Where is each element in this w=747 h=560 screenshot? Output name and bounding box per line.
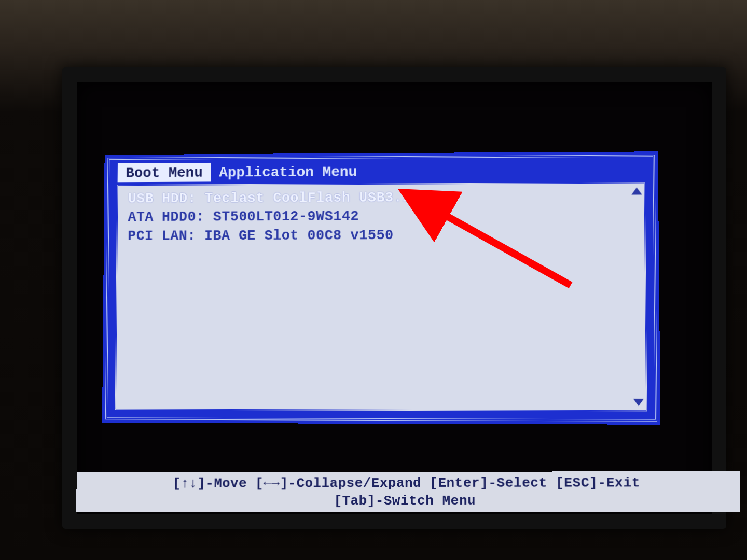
help-line1: [↑↓]-Move [←→]-Collapse/Expand [Enter]-S… <box>173 475 640 491</box>
scroll-down-icon <box>633 399 644 406</box>
boot-devices-panel: USB HDD: Teclast CoolFlash USB3.1 ATA HD… <box>115 181 648 412</box>
boot-item-usb-hdd[interactable]: USB HDD: Teclast CoolFlash USB3.1 <box>128 188 634 208</box>
tab-bar: Boot Menu Application Menu <box>109 157 653 182</box>
bios-boot-menu-window: Boot Menu Application Menu USB HDD: Tecl… <box>105 155 657 421</box>
tab-boot-menu[interactable]: Boot Menu <box>118 163 211 182</box>
help-line2: [Tab]-Switch Menu <box>81 492 735 510</box>
boot-item-pci-lan[interactable]: PCI LAN: IBA GE Slot 00C8 v1550 <box>128 226 634 246</box>
boot-item-ata-hdd0[interactable]: ATA HDD0: ST500LT012-9WS142 <box>128 206 633 227</box>
scroll-up-icon <box>631 187 642 194</box>
tab-application-menu[interactable]: Application Menu <box>211 162 365 181</box>
key-help-bar: [↑↓]-Move [←→]-Collapse/Expand [Enter]-S… <box>76 471 740 512</box>
